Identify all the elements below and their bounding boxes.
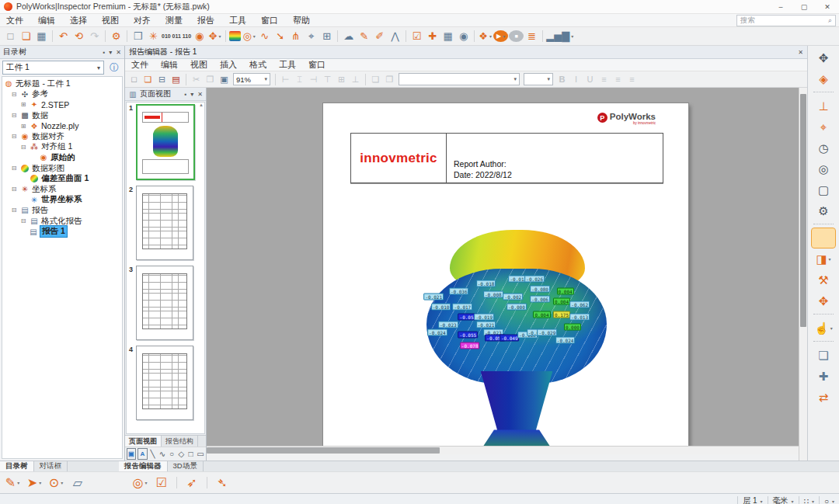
menu-view[interactable]: 视图 (102, 15, 127, 26)
insert-ellipse-icon[interactable]: ○ (168, 449, 176, 459)
search-input[interactable]: 搜索 ⌕ (736, 15, 836, 26)
comparison-curves-icon[interactable]: ∿ (257, 29, 272, 43)
tree-item-colormaps[interactable]: ⊟数据彩图 (2, 163, 122, 174)
colormap-edit-icon[interactable]: ⚒ (812, 270, 835, 290)
tree-item-data-align[interactable]: ⊟◉数据对齐 (2, 131, 122, 142)
numeric-table-icon[interactable]: ⊞ (319, 29, 334, 43)
pin-icon[interactable]: ▪ (184, 91, 186, 98)
alignment-sphere-icon[interactable]: ◉ (192, 29, 207, 43)
text-align-center-icon[interactable]: ≡ (611, 73, 625, 85)
expand-icon[interactable]: ⊞ (19, 101, 27, 108)
menu-report[interactable]: 报告 (197, 15, 222, 26)
robot-teach-icon[interactable]: ➴ (213, 474, 232, 492)
undo-history-icon[interactable]: ⟲ (71, 29, 86, 43)
gauge-probe-icon[interactable]: ✳ (146, 29, 161, 43)
page-thumbnail-3[interactable] (136, 266, 193, 340)
search-icon[interactable]: ⌕ (828, 16, 832, 25)
cut-icon[interactable]: ✂ (190, 73, 203, 85)
probe-plan-icon[interactable]: ✎ (357, 29, 371, 43)
italic-icon[interactable]: I (569, 73, 583, 85)
move-annotation-icon[interactable]: ✥ (812, 291, 835, 311)
laser-projector-icon[interactable]: ➤ (25, 474, 44, 492)
menu-tools[interactable]: 工具 (229, 15, 254, 26)
workspace-options-icon[interactable]: ⚙ (109, 29, 124, 43)
measurement-targets-icon[interactable]: ◎ (131, 474, 149, 492)
menu-align[interactable]: 对齐 (134, 15, 158, 26)
vertical-scrollbar[interactable] (799, 88, 807, 461)
tree-item-report1[interactable]: ▤报告 1 (2, 226, 122, 237)
text-align-right-icon[interactable]: ≡ (625, 73, 639, 85)
orientation-cube-icon[interactable]: ◈ (812, 69, 835, 89)
collapse-icon[interactable]: ⊟ (10, 186, 18, 193)
piece-info-icon[interactable]: ⓘ (106, 61, 122, 75)
menu-window[interactable]: 窗口 (261, 15, 286, 26)
zoom-selection-icon[interactable]: ⌖ (812, 117, 835, 137)
align-middle-icon[interactable]: ⊞ (335, 73, 348, 85)
editor-menu-view[interactable]: 视图 (190, 59, 215, 71)
close-button[interactable]: ✕ (816, 0, 839, 13)
tree-item-nozzle[interactable]: ⊞❖Nozzle.ply (2, 120, 122, 131)
bold-icon[interactable]: B (555, 73, 569, 85)
scene-window-icon[interactable]: ❏ (812, 346, 835, 365)
tree-item-original[interactable]: ◉原始的 (2, 152, 122, 163)
import-file-icon[interactable]: ❒ (131, 29, 145, 43)
play-macro-icon[interactable]: ▶ (493, 30, 508, 42)
copy-icon[interactable]: ❐ (204, 73, 217, 85)
tree-item-root[interactable]: ◍无标题 - 工件 1 (2, 78, 122, 89)
print-icon[interactable]: ⊟ (155, 73, 169, 85)
align-bottom-icon[interactable]: ⊥ (349, 73, 362, 85)
tree-item-align-group[interactable]: ⊟⁂对齐组 1 (2, 142, 122, 153)
refresh-icon[interactable]: ○ (824, 497, 834, 504)
ungroup-icon[interactable]: ❐ (383, 73, 396, 85)
robot-sequence-icon[interactable]: ➶ (183, 474, 201, 492)
checklist-icon[interactable]: ☑ (409, 29, 424, 43)
chevron-down-icon[interactable]: ▾ (190, 91, 193, 98)
view-history-icon[interactable]: ◷ (812, 138, 835, 158)
select-pointer-icon[interactable]: ☝ (812, 318, 835, 338)
colormap-icon[interactable] (812, 228, 835, 248)
tab-3d-scene[interactable]: 3D场景 (168, 461, 204, 471)
insert-line-icon[interactable]: ╲ (149, 449, 157, 459)
close-icon[interactable]: ✕ (116, 49, 121, 56)
cloud-data-icon[interactable]: ☁ (341, 29, 356, 43)
vertical-scrollbar-thumb[interactable] (800, 94, 806, 327)
zoom-level-select[interactable]: 91% (233, 73, 270, 85)
tree-item-reports[interactable]: ⊟▤报告 (2, 205, 122, 216)
annotations-colormap-icon[interactable]: ◨ (812, 249, 835, 269)
tab-report-editor[interactable]: 报告编辑器 (119, 461, 168, 471)
expand-icon[interactable]: ⊞ (19, 123, 27, 130)
menu-measure[interactable]: 测量 (165, 15, 190, 26)
document-view[interactable]: P PolyWorks by innovmetric innovmetric (207, 88, 799, 446)
editor-menu-edit[interactable]: 编辑 (161, 59, 186, 71)
tab-dialog[interactable]: 对话框 (34, 461, 68, 471)
tab-report-structure[interactable]: 报告结构 (162, 436, 198, 447)
tree-item-formatted-reports[interactable]: ⊟▤格式化报告 (2, 216, 122, 227)
menu-help[interactable]: 帮助 (293, 15, 318, 26)
insert-polygon-icon[interactable]: ◇ (177, 449, 185, 459)
report-export-icon[interactable]: ❖ (478, 29, 493, 43)
snap-options-icon[interactable]: ∷ (804, 497, 814, 504)
insert-text-icon[interactable]: A (138, 448, 147, 460)
editor-menu-insert[interactable]: 插入 (220, 59, 245, 71)
page-thumbnail-4[interactable] (136, 346, 193, 420)
font-family-select[interactable] (399, 73, 520, 85)
scroll-up-icon[interactable]: ▲ (198, 103, 204, 107)
collapse-icon[interactable]: ⊟ (10, 165, 18, 172)
flip-model-icon[interactable]: ⇄ (812, 388, 835, 407)
collapse-icon[interactable]: ⊟ (10, 207, 18, 214)
probe-icon[interactable]: ➘ (273, 29, 287, 43)
editor-menu-window[interactable]: 窗口 (308, 59, 333, 71)
text-align-left-icon[interactable]: ≡ (597, 73, 611, 85)
align-center-icon[interactable]: ⌶ (293, 73, 306, 85)
page-thumbnail-1[interactable] (136, 104, 195, 180)
projection-plane-icon[interactable]: ⊥ (812, 96, 835, 116)
paste-icon[interactable]: ▣ (218, 73, 231, 85)
spc-chart-icon[interactable]: ▂▅▇ (546, 29, 573, 43)
add-region-icon[interactable]: ✚ (812, 367, 835, 386)
tree-item-data[interactable]: ⊟▩数据 (2, 110, 122, 121)
align-right-icon[interactable]: ⊣ (307, 73, 320, 85)
caliper-icon[interactable]: ⋔ (288, 29, 303, 43)
tree-item-reference[interactable]: ⊟✣参考 (2, 89, 122, 100)
insert-rect-icon[interactable]: □ (187, 449, 195, 459)
undo-icon[interactable]: ↶ (56, 29, 71, 43)
